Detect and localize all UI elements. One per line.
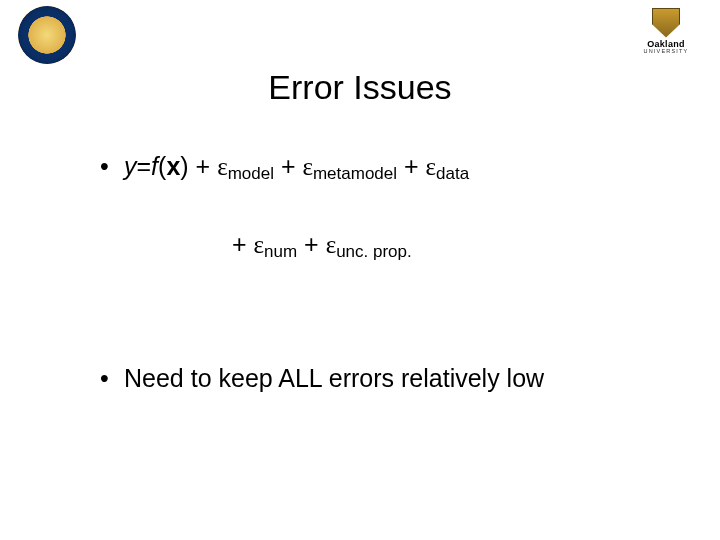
eq-eps-2: ε (302, 153, 313, 180)
bullet-equation: y=f(x) + εmodel + εmetamodel + εdata + ε… (96, 150, 660, 262)
eq-plus-5: + (297, 230, 326, 258)
oakland-logo-block: Oakland UNIVERSITY (626, 8, 706, 54)
eq-sub-num: num (264, 242, 297, 261)
eq-equals: = (137, 152, 152, 180)
eq-rparen: ) (180, 152, 188, 180)
eq-plus-3: + (397, 152, 426, 180)
oakland-university-logo: Oakland UNIVERSITY (626, 8, 706, 54)
bullet2-text: Need to keep ALL errors relatively low (124, 364, 544, 392)
eq-x: x (166, 152, 180, 180)
eq-eps-5: ε (326, 231, 337, 258)
eq-eps-4: ε (254, 231, 265, 258)
seal-icon (18, 6, 76, 64)
shield-icon (652, 8, 680, 38)
slide-title: Error Issues (0, 68, 720, 107)
eq-plus-1: + (189, 152, 218, 180)
eq-sub-metamodel: metamodel (313, 164, 397, 183)
oakland-logo-subtext: UNIVERSITY (643, 49, 688, 55)
eq-plus-4: + (232, 230, 254, 258)
equation-line-1: y=f(x) + εmodel + εmetamodel + εdata (124, 150, 660, 184)
equation-line-2: + εnum + εunc. prop. (232, 228, 660, 262)
bullet-need-low-errors: Need to keep ALL errors relatively low (96, 362, 660, 396)
eq-sub-data: data (436, 164, 469, 183)
eq-plus-2: + (274, 152, 303, 180)
eq-sub-unc: unc. prop. (336, 242, 412, 261)
eq-eps-3: ε (426, 153, 437, 180)
eq-sub-model: model (228, 164, 274, 183)
slide-content: y=f(x) + εmodel + εmetamodel + εdata + ε… (96, 150, 660, 403)
eq-eps-1: ε (217, 153, 228, 180)
slide: Oakland UNIVERSITY Error Issues y=f(x) +… (0, 0, 720, 540)
university-seal-logo (18, 6, 76, 64)
eq-y: y (124, 152, 137, 180)
